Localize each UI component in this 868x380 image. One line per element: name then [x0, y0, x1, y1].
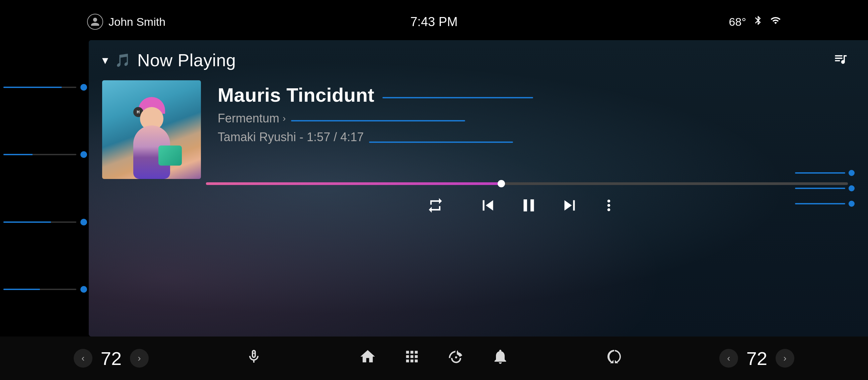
left-temp-control: ‹ 72 ›: [74, 348, 149, 369]
album-art-image: H: [102, 80, 201, 179]
bottom-bar: ‹ 72 ›: [0, 337, 868, 380]
signal-icon: [770, 14, 781, 29]
slider-line-2: [3, 154, 76, 155]
slider-dot-4: [81, 286, 87, 293]
apps-button[interactable]: [403, 348, 421, 369]
left-slider-2[interactable]: [0, 151, 87, 158]
more-options-button[interactable]: [600, 197, 618, 214]
header-left: ▾ 🎵 Now Playing: [102, 50, 236, 70]
player-container: ▾ 🎵 Now Playing H Mauris Tincidunt: [89, 40, 868, 337]
previous-button[interactable]: [477, 195, 498, 216]
queue-button[interactable]: [833, 51, 848, 69]
status-bar: John Smith 7:43 PM 68°: [0, 0, 868, 43]
home-button[interactable]: [359, 348, 376, 369]
track-info: Mauris Tincidunt Fermentum › Tamaki Ryus…: [218, 80, 848, 154]
slider-line-1: [3, 87, 76, 88]
slider-line-3: [3, 221, 76, 223]
track-name-slider: [382, 97, 533, 98]
left-slider-4[interactable]: [0, 286, 87, 293]
notification-button[interactable]: [492, 348, 509, 369]
left-temp-value: 72: [98, 348, 125, 369]
slider-dot-2: [81, 151, 87, 158]
collapse-button[interactable]: ▾: [102, 53, 108, 67]
heat-icon[interactable]: [606, 349, 622, 368]
next-button[interactable]: [559, 195, 580, 216]
right-temp-control: ‹ 72 ›: [719, 348, 794, 369]
track-name: Mauris Tincidunt: [218, 83, 374, 106]
progress-fill: [206, 182, 501, 185]
time-slider: [369, 141, 513, 143]
left-temp-increase-button[interactable]: ›: [130, 349, 149, 368]
player-header: ▾ 🎵 Now Playing: [89, 40, 868, 74]
status-temperature: 68°: [729, 15, 746, 28]
bottom-navigation: [359, 348, 509, 369]
left-slider-3[interactable]: [0, 219, 87, 226]
progress-area: [89, 179, 868, 185]
slider-dot-1: [81, 84, 87, 91]
pause-button[interactable]: [518, 195, 539, 216]
username-label: John Smith: [108, 15, 165, 28]
track-time-row: Tamaki Ryushi - 1:57 / 4:17: [218, 130, 848, 154]
figure-bag: [158, 145, 182, 166]
right-temp-increase-button[interactable]: ›: [776, 349, 794, 368]
music-app-icon: 🎵: [115, 53, 131, 68]
right-temp-value: 72: [743, 348, 770, 369]
fan-button[interactable]: [447, 348, 465, 369]
status-time: 7:43 PM: [410, 15, 458, 29]
album-chevron-icon: ›: [283, 113, 286, 124]
now-playing-title: Now Playing: [137, 50, 236, 70]
playback-controls: [183, 185, 868, 216]
repeat-button[interactable]: [427, 197, 444, 214]
content-area: H Mauris Tincidunt Fermentum › T: [89, 74, 868, 179]
user-avatar-icon: [87, 14, 103, 30]
slider-dot-3: [81, 219, 87, 226]
microphone-icon[interactable]: [246, 349, 262, 368]
album-slider: [291, 120, 465, 122]
left-sliders-panel: [0, 40, 89, 337]
track-artist-time: Tamaki Ryushi - 1:57 / 4:17: [218, 130, 364, 144]
slider-line-4: [3, 289, 76, 290]
status-left: John Smith: [87, 14, 165, 30]
status-right: 68°: [729, 14, 781, 29]
track-album[interactable]: Fermentum ›: [218, 111, 286, 126]
album-art: H: [102, 80, 201, 179]
left-temp-decrease-button[interactable]: ‹: [74, 349, 92, 368]
left-slider-1[interactable]: [0, 84, 87, 91]
progress-bar[interactable]: [206, 182, 848, 185]
track-name-row: Mauris Tincidunt: [218, 83, 848, 111]
bluetooth-icon: [753, 15, 764, 28]
right-temp-decrease-button[interactable]: ‹: [719, 349, 738, 368]
track-album-row: Fermentum ›: [218, 111, 848, 130]
